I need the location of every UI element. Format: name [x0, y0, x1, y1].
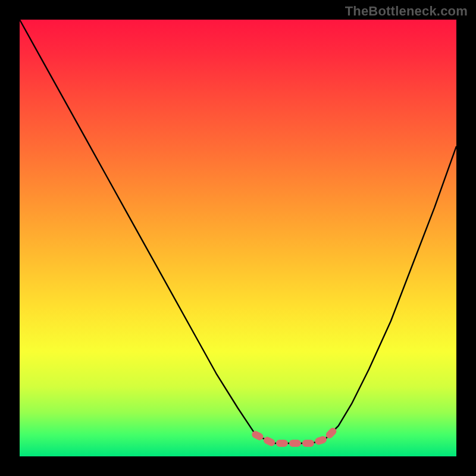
chart-frame: TheBottleneck.com	[0, 0, 476, 476]
bottleneck-curve	[20, 20, 456, 443]
valley-highlight	[255, 426, 338, 443]
bottleneck-curve-svg	[20, 20, 456, 456]
watermark-text: TheBottleneck.com	[345, 4, 468, 19]
plot-area	[20, 20, 456, 456]
